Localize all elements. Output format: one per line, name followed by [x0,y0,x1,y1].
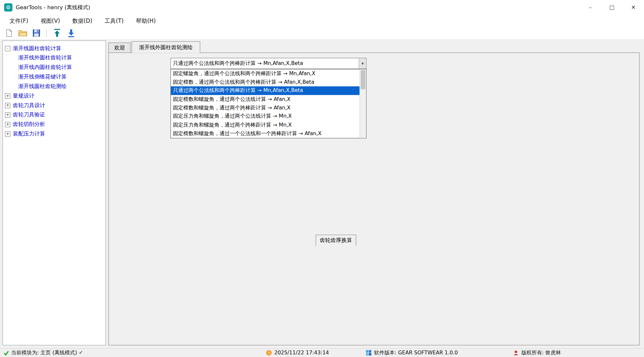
method-combobox-value: 只通过两个公法线和两个跨棒距计算 → Mn,Afan,X,Beta [171,60,359,67]
menu-view[interactable]: 视图(V) [34,15,66,26]
app-gear-icon: ⚙ [4,3,13,12]
status-copyright-text: 版权所有: 曾虎林 [521,349,561,357]
toolbar-separator [46,29,47,37]
save-icon[interactable] [32,29,41,37]
menu-bar: 文件(F) 视图(V) 数据(D) 工具(T) 帮助(H) [0,15,644,26]
chevron-down-icon[interactable]: ▼ [359,58,366,69]
tab-gear-survey[interactable]: 渐开线外圆柱齿轮测绘 [132,41,200,53]
status-bar: 当前模块为: 主页 (离线模式) ✓ 2025/11/22 17:43:14 软… [0,348,644,357]
sidebar-item-label[interactable]: 渐开线圆柱齿轮测绘 [18,83,67,90]
method-option[interactable]: 固定模数和螺旋角，通过一个公法线和一个跨棒距计算 → Afan,X [171,129,360,138]
tree-expand-icon[interactable]: + [5,93,10,99]
sidebar-item[interactable]: 渐开线倒锥花键计算 [18,72,67,81]
sidebar-item[interactable]: + 齿轮刀具设计 [5,101,45,110]
tree-expand-icon[interactable]: + [5,131,10,136]
tab-label: 欢迎 [114,44,125,51]
method-dropdown-list: 固定螺旋角，通过两个公法线和两个跨棒距计算 → Mn,Afan,X 固定模数，通… [170,69,366,138]
software-version-icon [366,350,372,356]
method-combobox[interactable]: 只通过两个公法线和两个跨棒距计算 → Mn,Afan,X,Beta ▼ [170,58,366,69]
import-arrow-icon[interactable] [52,28,62,38]
module-status-icon [3,350,9,356]
tree-expand-icon[interactable]: + [5,122,10,127]
sidebar-item[interactable]: 渐开线外圆柱齿轮计算 [18,53,72,63]
sidebar-item-label[interactable]: 渐开线外圆柱齿轮计算 [18,54,72,62]
method-option[interactable]: 固定压力角和螺旋角，通过两个公法线计算 → Mn,X [171,112,360,121]
sidebar-item[interactable]: - 渐开线圆柱齿轮计算 [5,44,61,53]
sidebar-item-label[interactable]: 渐开线圆柱齿轮计算 [13,45,61,52]
tab-thickness-conversion[interactable]: 齿轮齿厚换算 [316,235,356,246]
export-arrow-icon[interactable] [67,28,76,38]
clock-icon [266,350,272,356]
method-option[interactable]: 固定模数和螺旋角，通过两个公法线计算 → Afan,X [171,95,360,104]
tree-collapse-icon[interactable]: - [5,45,10,51]
menu-file[interactable]: 文件(F) [3,15,34,26]
minimize-button[interactable]: – [580,0,601,15]
method-option[interactable]: 固定螺旋角，通过两个公法线和两个跨棒距计算 → Mn,Afan,X [171,70,360,78]
new-file-icon[interactable] [5,29,13,37]
tree-expand-icon[interactable]: + [5,112,10,117]
app-window: ⚙ GearTools - henry (离线模式) – □ ✕ 文件(F) 视… [0,0,644,357]
dropdown-scrollbar-thumb[interactable] [361,70,365,89]
sidebar-item-label[interactable]: 渐开线倒锥花键计算 [18,73,67,81]
method-option[interactable]: 固定模数，通过两个公法线和两个跨棒距计算 → Afan,X,Beta [171,78,360,86]
menu-help[interactable]: 帮助(H) [130,15,162,26]
maximize-button[interactable]: □ [601,0,623,15]
close-button[interactable]: ✕ [623,0,644,15]
tab-welcome[interactable]: 欢迎 [108,43,131,53]
open-file-icon[interactable] [18,29,27,37]
sidebar-item-label[interactable]: 渐开线内圆柱齿轮计算 [18,64,72,71]
sidebar-item[interactable]: 渐开线圆柱齿轮测绘 [18,82,67,91]
copyright-person-icon [513,350,519,356]
sidebar-item[interactable]: + 装配压力计算 [5,129,45,138]
sidebar-item[interactable]: + 齿轮刀具验证 [5,110,45,120]
sidebar-item-label[interactable]: 齿轮刀具设计 [13,102,45,109]
method-option-selected[interactable]: 只通过两个公法线和两个跨棒距计算 → Mn,Afan,X,Beta [171,86,360,95]
sidebar-item[interactable]: + 量规设计 [5,91,34,101]
method-option[interactable]: 固定压力角和螺旋角，通过两个跨棒距计算 → Mn,X [171,121,360,129]
toolbar [0,26,644,40]
sidebar-item-label[interactable]: 装配压力计算 [13,130,45,138]
tree-expand-icon[interactable]: + [5,103,10,108]
method-option[interactable]: 固定模数和螺旋角，通过两个跨棒距计算 → Afan,X [171,104,360,112]
menu-data[interactable]: 数据(D) [66,15,99,26]
sidebar-item-label[interactable]: 量规设计 [13,92,34,100]
sidebar-item-label[interactable]: 齿轮切削分析 [13,121,45,128]
menu-tools[interactable]: 工具(T) [98,15,130,26]
sidebar-item-label[interactable]: 齿轮刀具验证 [13,111,45,119]
status-version-text: 软件版本: GEAR SOFTWEAR 1.0.0 [374,349,458,357]
tab-label: 齿轮齿厚换算 [320,237,352,244]
dropdown-scrollbar[interactable] [359,70,366,138]
status-module-text: 当前模块为: 主页 (离线模式) ✓ [11,349,83,357]
sidebar-item[interactable]: + 齿轮切削分析 [5,120,45,129]
sidebar-item[interactable]: 渐开线内圆柱齿轮计算 [18,63,72,72]
status-datetime: 2025/11/22 17:43:14 [274,349,329,357]
tab-label: 渐开线外圆柱齿轮测绘 [139,44,193,51]
title-bar: ⚙ GearTools - henry (离线模式) – □ ✕ [0,0,644,15]
window-title: GearTools - henry (离线模式) [16,0,90,15]
